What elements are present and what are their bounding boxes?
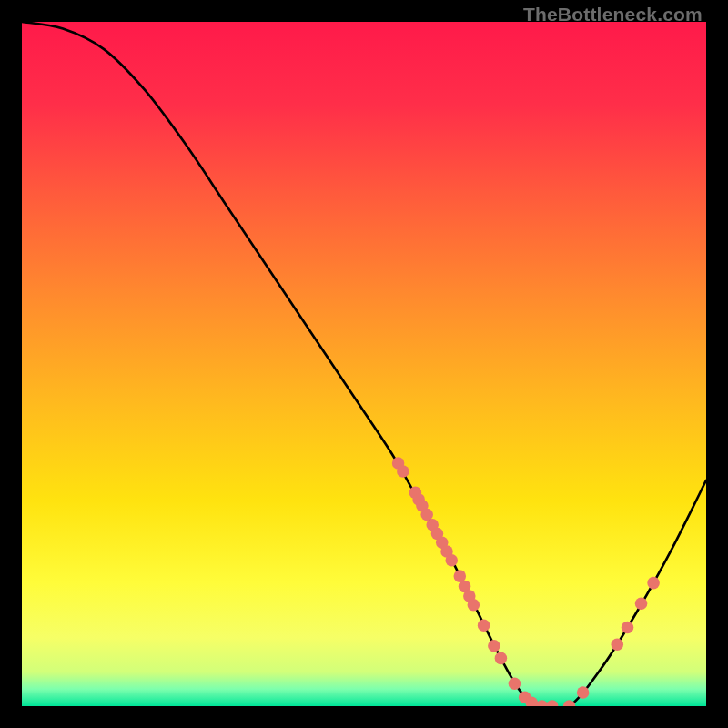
data-marker [611,639,623,652]
marker-group [392,457,660,706]
data-marker [488,640,500,652]
data-marker [577,686,590,699]
data-marker [478,619,490,632]
data-marker [445,554,458,567]
data-marker [622,622,634,634]
data-marker [563,700,576,706]
data-marker [509,677,521,690]
plot-area [22,22,706,706]
data-marker [397,465,410,478]
data-marker [635,597,648,610]
chart-container: TheBottleneck.com [0,0,728,728]
data-marker [468,599,480,612]
data-marker [546,700,559,706]
data-marker [647,577,660,590]
data-marker [495,652,508,665]
bottleneck-curve [22,22,706,706]
curve-layer [22,22,706,706]
